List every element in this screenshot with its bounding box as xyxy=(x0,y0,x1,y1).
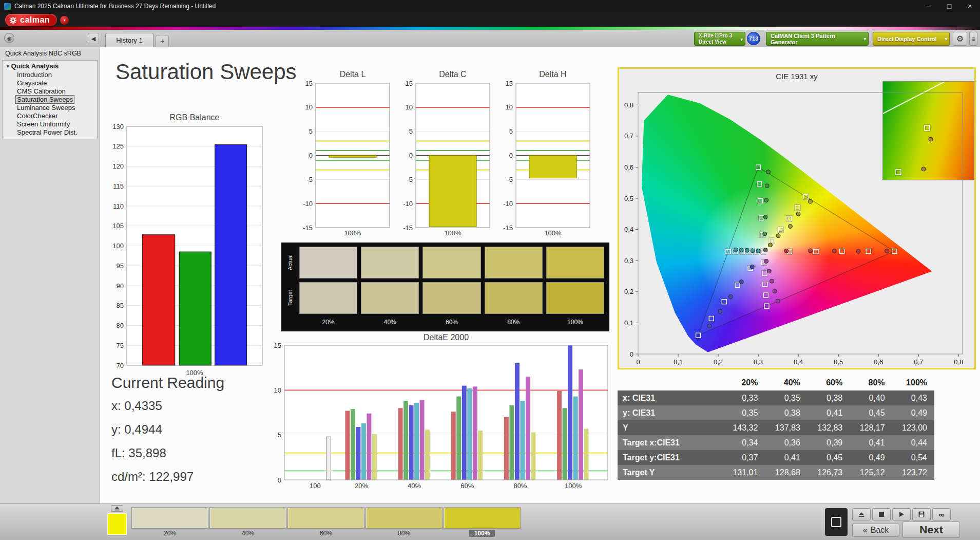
page-title: Saturation Sweeps xyxy=(116,60,297,84)
svg-text:0,2: 0,2 xyxy=(624,288,633,295)
svg-text:0: 0 xyxy=(278,476,281,484)
svg-text:0,7: 0,7 xyxy=(914,358,923,366)
maximize-button[interactable]: □ xyxy=(939,0,959,12)
sidebar-item-luminance-sweeps[interactable]: Luminance Sweeps xyxy=(16,104,76,111)
overflow-menu-button[interactable]: ≡ xyxy=(969,32,977,46)
table-row: Target x:CIE310,340,360,390,410,44 xyxy=(618,435,934,450)
meter-dropdown[interactable]: X-Rite i1Pro 3 Direct View ▾ xyxy=(694,32,745,46)
sidebar-item-colorchecker[interactable]: ColorChecker xyxy=(16,112,59,120)
workspace-pin-button[interactable]: ◉ xyxy=(4,33,14,43)
chevron-down-icon: ▾ xyxy=(740,36,743,43)
close-button[interactable]: × xyxy=(959,0,980,12)
svg-text:-10: -10 xyxy=(303,200,313,208)
next-button[interactable]: Next xyxy=(902,522,960,538)
saturation-level-100[interactable]: 100% xyxy=(444,507,521,537)
save-button[interactable] xyxy=(912,508,931,520)
titlebar: Calman 2025 Calman Ultimate for Business… xyxy=(0,0,980,12)
saturation-level-60[interactable]: 60% xyxy=(287,507,364,537)
table-column-header: 100% xyxy=(892,378,934,387)
table-cell: 0,41 xyxy=(808,408,850,418)
svg-text:-15: -15 xyxy=(503,224,513,232)
app-icon xyxy=(4,3,11,10)
table-row: Target Y131,01128,68126,73125,12123,72 xyxy=(618,465,934,480)
svg-text:60%: 60% xyxy=(460,482,474,490)
svg-text:0,1: 0,1 xyxy=(674,358,683,366)
table-cell: 0,39 xyxy=(808,438,850,448)
table-row: x: CIE310,330,350,380,400,43 xyxy=(618,390,934,405)
table-cell: 0,37 xyxy=(723,453,765,462)
cie-1931-diagram: CIE 1931 xy 00,10,20,30,40,50,60,70,800,… xyxy=(618,67,976,369)
workflow-tree: ▾ Quick Analysis IntroductionGrayscaleCM… xyxy=(2,60,98,139)
swatch-col-label: 20% xyxy=(299,319,357,326)
calman-window: Calman 2025 Calman Ultimate for Business… xyxy=(0,0,980,540)
sidebar-collapse-button[interactable]: ◀ xyxy=(88,33,99,44)
current-reading-panel: Current Reading x: 0,4335 y: 0,4944 fL: … xyxy=(111,374,276,493)
svg-text:0,6: 0,6 xyxy=(874,358,883,366)
swatch-col-label: 60% xyxy=(422,319,481,326)
pattern-window-icon xyxy=(831,517,841,527)
table-cell: 0,54 xyxy=(892,453,934,462)
calman-flower-icon xyxy=(9,16,17,24)
svg-text:0,3: 0,3 xyxy=(624,257,633,265)
tab-history-1[interactable]: History 1 xyxy=(105,33,153,47)
saturation-level-20[interactable]: 20% xyxy=(131,507,208,537)
svg-text:5: 5 xyxy=(509,127,513,135)
pattern-window-button[interactable] xyxy=(825,508,848,536)
back-button[interactable]: « Back xyxy=(852,524,899,537)
sidebar-item-grayscale[interactable]: Grayscale xyxy=(16,79,48,87)
current-reading-cdm2: cd/m²: 122,997 xyxy=(111,470,276,484)
saturation-level-80[interactable]: 80% xyxy=(366,507,443,537)
level-swatch xyxy=(209,507,286,529)
svg-text:-5: -5 xyxy=(306,176,313,183)
svg-text:40%: 40% xyxy=(408,482,421,490)
play-button[interactable] xyxy=(892,508,911,520)
svg-text:100%: 100% xyxy=(444,229,462,237)
svg-text:100%: 100% xyxy=(544,229,562,237)
svg-text:-10: -10 xyxy=(403,200,413,208)
level-label: 80% xyxy=(393,530,415,537)
logo-menu-button[interactable]: ▾ xyxy=(60,16,69,25)
sidebar-item-introduction[interactable]: Introduction xyxy=(16,71,53,79)
sidebar-item-saturation-sweeps[interactable]: Saturation Sweeps xyxy=(16,96,74,103)
sidebar-item-spectral-power-dist-[interactable]: Spectral Power Dist. xyxy=(16,128,79,136)
minimize-button[interactable]: – xyxy=(918,0,939,12)
svg-text:5: 5 xyxy=(409,127,413,135)
table-cell: 0,43 xyxy=(892,394,934,403)
window-title: Calman 2025 Calman Ultimate for Business… xyxy=(14,3,216,10)
table-cell: 0,34 xyxy=(723,438,765,448)
sidebar-item-quick-analysis-root[interactable]: ▾ Quick Analysis xyxy=(3,62,97,70)
rgb-balance-chart: RGB Balance70758085909510010511011512012… xyxy=(101,113,265,380)
svg-text:0,4: 0,4 xyxy=(624,226,633,233)
sidebar-item-screen-uniformity[interactable]: Screen Uniformity xyxy=(16,120,71,128)
actual-swatch xyxy=(485,247,543,278)
continuous-measure-button[interactable]: ∞ xyxy=(932,508,951,520)
saturation-level-40[interactable]: 40% xyxy=(209,507,286,537)
table-cell: 0,45 xyxy=(850,408,892,418)
table-cell: 126,73 xyxy=(808,468,850,477)
add-tab-button[interactable]: + xyxy=(156,35,169,47)
target-swatch xyxy=(485,282,543,314)
table-column-header: 60% xyxy=(808,378,850,387)
calman-logo-text: calman xyxy=(20,15,50,25)
svg-text:-15: -15 xyxy=(403,224,413,232)
table-row-label: Y xyxy=(618,423,723,433)
svg-text:0,2: 0,2 xyxy=(714,358,723,366)
swatch-col-label: 80% xyxy=(485,319,543,326)
eject-button[interactable] xyxy=(852,508,871,520)
eject-icon[interactable] xyxy=(111,505,123,512)
chevron-down-icon: ▾ xyxy=(863,36,866,42)
svg-text:10: 10 xyxy=(406,103,413,111)
settings-gear-button[interactable]: ⚙ xyxy=(953,32,967,46)
display-control-dropdown[interactable]: Direct Display Control ▾ xyxy=(873,32,950,46)
pattern-generator-dropdown[interactable]: CalMAN Client 3 Pattern Generator ▾ xyxy=(766,32,869,46)
table-row: y: CIE310,350,380,410,450,49 xyxy=(618,405,934,420)
svg-text:0,5: 0,5 xyxy=(624,195,633,202)
sidebar-item-cms-calibration[interactable]: CMS Calibration xyxy=(16,87,67,95)
calman-logo[interactable]: calman xyxy=(5,14,57,26)
table-cell: 125,12 xyxy=(850,468,892,477)
table-cell: 0,33 xyxy=(723,394,765,403)
display-control-label: Direct Display Control xyxy=(877,36,940,42)
table-header-row: 20%40%60%80%100% xyxy=(618,375,934,390)
stop-button[interactable] xyxy=(872,508,891,520)
current-reading-x: x: 0,4335 xyxy=(111,399,276,413)
